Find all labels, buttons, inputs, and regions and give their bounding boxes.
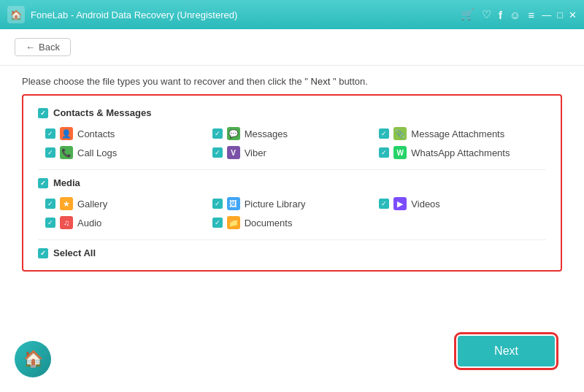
app-logo: 🏠 xyxy=(7,6,25,23)
list-item: ✓ ♫ Audio xyxy=(45,216,212,229)
contacts-icon: 👤 xyxy=(60,127,73,140)
back-arrow-icon: ← xyxy=(26,42,35,53)
list-item: ✓ 🖼 Picture Library xyxy=(212,197,380,210)
facebook-icon[interactable]: f xyxy=(499,9,502,21)
category-contacts-messages: ✓ Contacts & Messages xyxy=(38,107,546,118)
msg-attach-icon: 📎 xyxy=(393,127,407,140)
viber-icon: V xyxy=(227,146,240,159)
msg-attach-checkbox[interactable]: ✓ xyxy=(379,128,389,139)
audio-icon: ♫ xyxy=(60,216,73,229)
menu-icon[interactable]: ≡ xyxy=(528,9,534,21)
next-button[interactable]: Next xyxy=(458,336,555,366)
media-items: ✓ ★ Gallery ✓ 🖼 Picture Library ✓ ▶ Vide… xyxy=(38,197,546,229)
list-item: ✓ V Viber xyxy=(212,146,380,159)
heart-icon[interactable]: ♡ xyxy=(482,8,491,21)
next-button-wrapper: Next xyxy=(458,336,555,366)
select-all-row: ✓ Select All xyxy=(38,247,546,258)
videos-checkbox[interactable]: ✓ xyxy=(379,199,389,209)
main-content: ← Back Please choose the file types you … xyxy=(0,29,584,392)
back-button[interactable]: ← Back xyxy=(15,38,71,56)
documents-checkbox[interactable]: ✓ xyxy=(212,218,223,228)
messages-checkbox[interactable]: ✓ xyxy=(212,128,223,139)
maximize-button[interactable]: □ xyxy=(557,9,563,20)
category-media-checkbox[interactable]: ✓ xyxy=(38,178,48,188)
file-type-selection-panel: ✓ Contacts & Messages ✓ 👤 Contacts ✓ 💬 M… xyxy=(22,94,562,272)
titlebar: 🏠 FoneLab - Android Data Recovery (Unreg… xyxy=(0,0,584,29)
gallery-checkbox[interactable]: ✓ xyxy=(45,199,55,209)
home-icon: 🏠 xyxy=(23,350,43,369)
viber-checkbox[interactable]: ✓ xyxy=(212,147,223,158)
divider xyxy=(38,169,546,170)
category-media: ✓ Media xyxy=(38,177,546,188)
contacts-messages-items: ✓ 👤 Contacts ✓ 💬 Messages ✓ 📎 Message At… xyxy=(38,127,546,159)
list-item: ✓ ▶ Videos xyxy=(379,197,546,210)
minimize-button[interactable]: — xyxy=(542,9,551,20)
calllogs-icon: 📞 xyxy=(60,146,73,159)
whatsapp-attach-icon: W xyxy=(393,146,407,159)
titlebar-action-icons: 🛒 ♡ f ☺ ≡ xyxy=(461,8,534,21)
app-title: FoneLab - Android Data Recovery (Unregis… xyxy=(31,9,461,20)
cart-icon[interactable]: 🛒 xyxy=(461,8,474,21)
select-all-checkbox[interactable]: ✓ xyxy=(38,248,48,258)
gallery-icon: ★ xyxy=(60,197,73,210)
list-item: ✓ 📎 Message Attachments xyxy=(379,127,546,140)
contacts-checkbox[interactable]: ✓ xyxy=(45,128,55,139)
home-button[interactable]: 🏠 xyxy=(15,341,51,377)
whatsapp-attach-checkbox[interactable]: ✓ xyxy=(379,147,389,158)
list-item: ✓ 👤 Contacts xyxy=(45,127,212,140)
picture-icon: 🖼 xyxy=(227,197,240,210)
picture-checkbox[interactable]: ✓ xyxy=(212,199,223,209)
list-item: ✓ 📁 Documents xyxy=(212,216,380,229)
smiley-icon[interactable]: ☺ xyxy=(510,9,520,21)
list-item: ✓ W WhatsApp Attachments xyxy=(379,146,546,159)
list-item: ✓ 💬 Messages xyxy=(212,127,380,140)
documents-icon: 📁 xyxy=(227,216,240,229)
close-button[interactable]: ✕ xyxy=(569,9,577,20)
instruction-text: Please choose the file types you want to… xyxy=(0,66,584,94)
calllogs-checkbox[interactable]: ✓ xyxy=(45,147,55,158)
audio-checkbox[interactable]: ✓ xyxy=(45,218,55,228)
list-item: ✓ 📞 Call Logs xyxy=(45,146,212,159)
category-contacts-messages-checkbox[interactable]: ✓ xyxy=(38,108,48,118)
list-item: ✓ ★ Gallery xyxy=(45,197,212,210)
back-row: ← Back xyxy=(0,29,584,66)
videos-icon: ▶ xyxy=(393,197,407,210)
window-controls: — □ ✕ xyxy=(542,9,577,20)
svg-text:🏠: 🏠 xyxy=(10,9,23,21)
divider2 xyxy=(38,239,546,240)
messages-icon: 💬 xyxy=(227,127,240,140)
